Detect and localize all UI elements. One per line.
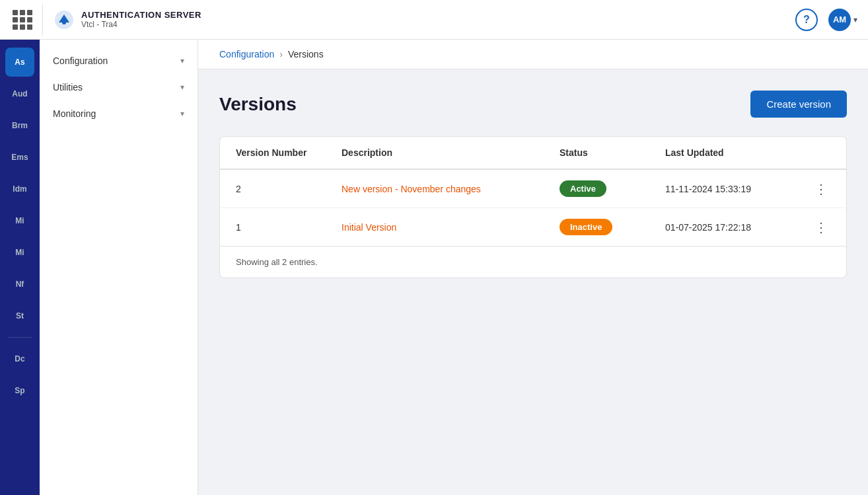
- top-header: AUTHENTICATION SERVER Vtcl - Tra4 ? AM ▾: [0, 0, 868, 40]
- nav-item-mi1[interactable]: Mi: [5, 206, 34, 235]
- breadcrumb-current: Versions: [288, 49, 324, 59]
- sidebar: Configuration ▾ Utilities ▾ Monitoring ▾: [40, 40, 198, 495]
- row1-description-link[interactable]: New version - November changes: [342, 184, 481, 194]
- header-title-block: AUTHENTICATION SERVER Vtcl - Tra4: [81, 10, 201, 29]
- user-avatar: AM: [828, 9, 851, 31]
- nav-item-st[interactable]: St: [5, 301, 34, 330]
- sidebar-configuration-label: Configuration: [53, 56, 180, 66]
- app-subtitle: Vtcl - Tra4: [81, 20, 201, 29]
- page-title: Versions: [219, 94, 297, 115]
- versions-table-container: Version Number Description Status Last U…: [219, 136, 847, 278]
- nav-divider: [8, 337, 32, 338]
- app-name: AUTHENTICATION SERVER: [81, 10, 201, 20]
- nav-item-aud[interactable]: Aud: [5, 79, 34, 108]
- logo-icon: [54, 9, 75, 30]
- breadcrumb-separator: ›: [279, 49, 283, 59]
- user-menu-button[interactable]: AM ▾: [828, 9, 857, 31]
- nav-item-as[interactable]: As: [5, 48, 34, 77]
- row2-action-menu[interactable]: ⋮: [811, 219, 830, 235]
- svg-point-1: [62, 20, 66, 24]
- sidebar-configuration-chevron: ▾: [180, 56, 184, 65]
- user-chevron-icon: ▾: [853, 15, 857, 24]
- table-row: 1 Initial Version Inactive 01-07-2025 17…: [220, 208, 846, 247]
- sidebar-utilities-chevron: ▾: [180, 83, 184, 92]
- col-header-version: Version Number: [220, 137, 326, 169]
- table-body: 2 New version - November changes Active …: [220, 169, 846, 246]
- header-right: ? AM ▾: [795, 9, 857, 31]
- col-header-action: [795, 137, 846, 169]
- col-header-description: Description: [326, 137, 544, 169]
- row2-status: Inactive: [544, 208, 649, 247]
- row2-updated: 01-07-2025 17:22:18: [649, 208, 795, 247]
- row1-action-menu[interactable]: ⋮: [811, 181, 830, 197]
- sidebar-item-monitoring[interactable]: Monitoring ▾: [40, 100, 198, 127]
- row1-action: ⋮: [795, 169, 846, 208]
- main-layout: As Aud Brm Ems Idm Mi Mi Nf St Dc Sp Con…: [0, 40, 868, 495]
- col-header-updated: Last Updated: [649, 137, 795, 169]
- row2-description-link[interactable]: Initial Version: [342, 222, 396, 233]
- row1-version: 2: [220, 169, 326, 208]
- row2-action: ⋮: [795, 208, 846, 247]
- table-footer-text: Showing all 2 entries.: [236, 257, 318, 267]
- breadcrumb-parent[interactable]: Configuration: [219, 49, 274, 59]
- table-footer: Showing all 2 entries.: [220, 246, 846, 278]
- versions-table: Version Number Description Status Last U…: [220, 137, 846, 246]
- sidebar-monitoring-chevron: ▾: [180, 109, 184, 118]
- table-header: Version Number Description Status Last U…: [220, 137, 846, 169]
- row2-status-badge: Inactive: [560, 219, 612, 235]
- nav-item-brm[interactable]: Brm: [5, 111, 34, 140]
- table-row: 2 New version - November changes Active …: [220, 169, 846, 208]
- row2-version: 1: [220, 208, 326, 247]
- nav-item-dc[interactable]: Dc: [5, 344, 34, 373]
- nav-item-idm[interactable]: Idm: [5, 174, 34, 204]
- sidebar-utilities-label: Utilities: [53, 82, 180, 93]
- grid-menu-icon[interactable]: [11, 8, 34, 32]
- nav-item-sp[interactable]: Sp: [5, 376, 34, 405]
- nav-item-ems[interactable]: Ems: [5, 143, 34, 172]
- header-left: AUTHENTICATION SERVER Vtcl - Tra4: [11, 4, 795, 36]
- page-header: Versions Create version: [219, 91, 847, 118]
- row1-status: Active: [544, 169, 649, 208]
- row1-updated: 11-11-2024 15:33:19: [649, 169, 795, 208]
- content-area: Versions Create version Version Number D…: [198, 69, 868, 299]
- breadcrumb: Configuration › Versions: [198, 40, 868, 69]
- icon-nav: As Aud Brm Ems Idm Mi Mi Nf St Dc Sp: [0, 40, 40, 495]
- nav-item-mi2[interactable]: Mi: [5, 238, 34, 267]
- sidebar-item-configuration[interactable]: Configuration ▾: [40, 48, 198, 74]
- create-version-button[interactable]: Create version: [750, 91, 847, 118]
- row1-description: New version - November changes: [326, 169, 544, 208]
- nav-item-nf[interactable]: Nf: [5, 270, 34, 299]
- logo-area: AUTHENTICATION SERVER Vtcl - Tra4: [42, 4, 212, 36]
- row1-status-badge: Active: [560, 180, 606, 197]
- row2-description: Initial Version: [326, 208, 544, 247]
- sidebar-item-utilities[interactable]: Utilities ▾: [40, 74, 198, 100]
- col-header-status: Status: [544, 137, 649, 169]
- sidebar-monitoring-label: Monitoring: [53, 108, 180, 119]
- main-content: Configuration › Versions Versions Create…: [198, 40, 868, 495]
- help-button[interactable]: ?: [795, 9, 818, 31]
